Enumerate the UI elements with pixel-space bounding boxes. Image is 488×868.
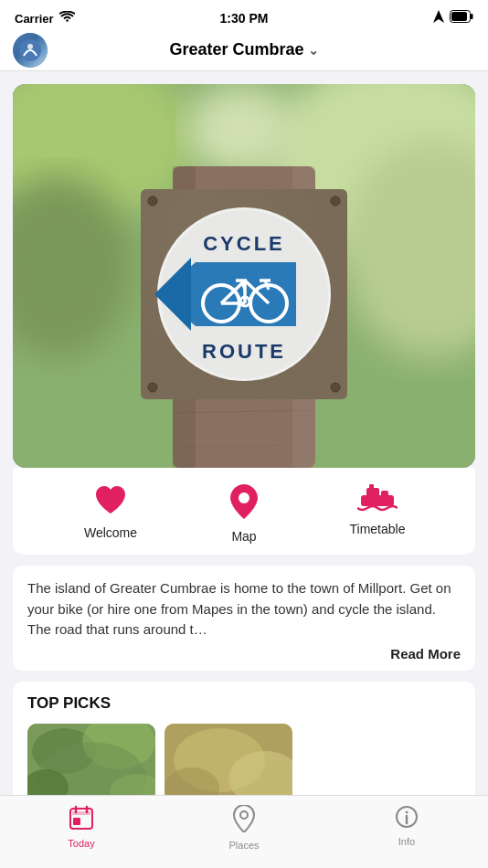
- carrier-label: Carrier: [15, 12, 54, 26]
- quick-actions: Welcome Map: [26, 468, 462, 551]
- svg-rect-50: [381, 491, 388, 497]
- app-logo[interactable]: [13, 33, 48, 68]
- map-action[interactable]: Map: [203, 484, 285, 544]
- svg-text:CYCLE: CYCLE: [203, 232, 285, 255]
- read-more-button[interactable]: Read More: [27, 646, 461, 662]
- map-pin-icon: [230, 484, 258, 524]
- battery-icon: [450, 10, 473, 26]
- tab-today[interactable]: Today: [40, 805, 122, 849]
- welcome-label: Welcome: [84, 525, 137, 540]
- nav-header: Greater Cumbrae ⌄: [0, 33, 488, 71]
- description-text: The island of Greater Cumbrae is home to…: [27, 578, 461, 640]
- top-picks-title: TOP PICKS: [27, 694, 461, 713]
- ferry-icon: [357, 484, 398, 516]
- places-label: Places: [228, 840, 259, 851]
- svg-point-5: [27, 44, 33, 49]
- svg-point-69: [406, 811, 408, 814]
- pick-image-2: [164, 724, 292, 806]
- svg-point-11: [186, 84, 296, 175]
- heart-icon: [94, 484, 127, 520]
- status-left: Carrier: [15, 11, 75, 26]
- svg-rect-3: [471, 14, 473, 19]
- svg-point-46: [331, 383, 340, 392]
- svg-point-43: [148, 196, 157, 206]
- svg-point-45: [148, 383, 157, 392]
- tab-bar: Today Places Info: [0, 795, 488, 868]
- hero-image-container: CYCLE ROUTE: [13, 84, 475, 468]
- info-label: Info: [398, 836, 415, 847]
- nav-title: Greater Cumbrae ⌄: [169, 40, 318, 59]
- timetable-label: Timetable: [350, 522, 406, 536]
- chevron-down-icon[interactable]: ⌄: [308, 43, 319, 58]
- pick-image-1: [27, 724, 155, 806]
- svg-point-47: [239, 492, 249, 503]
- info-icon: [395, 805, 419, 832]
- tab-places[interactable]: Places: [203, 805, 285, 851]
- tab-info[interactable]: Info: [366, 805, 448, 847]
- svg-marker-0: [433, 10, 444, 23]
- status-time: 1:30 PM: [220, 11, 269, 26]
- svg-point-44: [331, 196, 340, 206]
- timetable-action[interactable]: Timetable: [336, 484, 419, 536]
- map-label: Map: [231, 529, 256, 544]
- today-icon: [69, 805, 93, 834]
- wifi-icon: [59, 11, 75, 26]
- status-right: [433, 10, 473, 26]
- description-section: The island of Greater Cumbrae is home to…: [13, 566, 475, 671]
- today-label: Today: [68, 838, 94, 849]
- svg-text:ROUTE: ROUTE: [202, 340, 286, 363]
- location-title: Greater Cumbrae: [169, 40, 303, 59]
- status-bar: Carrier 1:30 PM: [0, 0, 488, 33]
- welcome-action[interactable]: Welcome: [69, 484, 152, 540]
- hero-svg: CYCLE ROUTE: [13, 84, 475, 468]
- hero-image: CYCLE ROUTE: [13, 84, 475, 468]
- places-icon: [233, 805, 255, 836]
- svg-point-67: [240, 811, 248, 819]
- svg-rect-2: [451, 12, 467, 21]
- location-icon: [433, 10, 444, 26]
- svg-rect-66: [73, 818, 80, 825]
- svg-rect-51: [369, 484, 374, 490]
